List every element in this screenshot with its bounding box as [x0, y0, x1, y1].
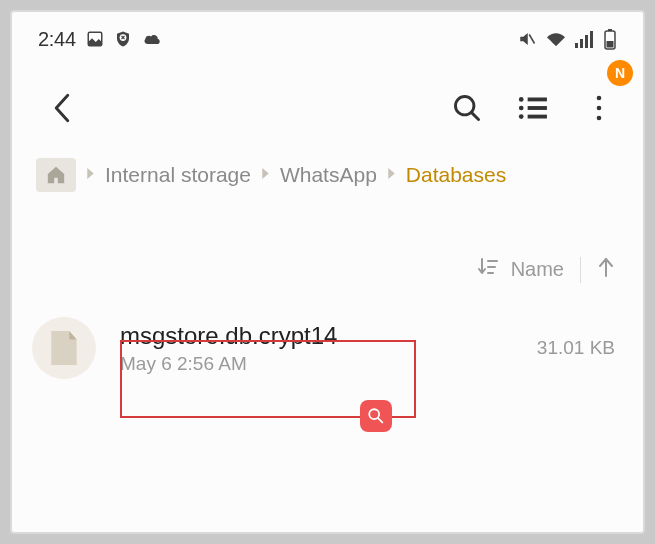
file-size: 31.01 KB: [537, 337, 615, 359]
svg-rect-6: [590, 31, 593, 48]
file-date: May 6 2:56 AM: [120, 353, 337, 375]
file-icon: [32, 317, 96, 379]
svg-rect-15: [528, 106, 547, 110]
breadcrumb-home[interactable]: [36, 158, 76, 192]
divider: [580, 257, 581, 283]
svg-point-19: [597, 106, 602, 111]
notification-badge: N: [607, 60, 633, 86]
more-button[interactable]: N: [579, 88, 619, 128]
mute-icon: [517, 30, 537, 48]
sort-direction-button[interactable]: [597, 256, 615, 283]
status-time: 2:44: [38, 28, 76, 51]
chevron-right-icon: [261, 167, 270, 183]
svg-point-14: [519, 106, 524, 111]
back-button[interactable]: [42, 88, 82, 128]
svg-rect-8: [608, 29, 612, 31]
breadcrumb: Internal storage WhatsApp Databases: [12, 138, 643, 192]
chevron-right-icon: [387, 167, 396, 183]
svg-rect-13: [528, 98, 547, 102]
chevron-right-icon: [86, 167, 95, 183]
breadcrumb-item[interactable]: Internal storage: [105, 163, 251, 187]
breadcrumb-item-current[interactable]: Databases: [406, 163, 506, 187]
image-icon: [86, 30, 104, 48]
svg-rect-4: [580, 39, 583, 48]
file-name: msgstore.db.crypt14: [120, 322, 337, 350]
svg-rect-9: [607, 41, 614, 48]
status-bar: 2:44: [12, 12, 643, 58]
sort-bar: Name: [12, 192, 643, 283]
app-header: N: [12, 58, 643, 138]
breadcrumb-item[interactable]: WhatsApp: [280, 163, 377, 187]
svg-point-12: [519, 97, 524, 102]
svg-rect-3: [575, 43, 578, 48]
svg-line-2: [529, 35, 534, 44]
file-row[interactable]: msgstore.db.crypt14 May 6 2:56 AM 31.01 …: [12, 283, 643, 379]
svg-point-20: [597, 116, 602, 121]
svg-rect-5: [585, 35, 588, 48]
sort-icon[interactable]: [477, 257, 499, 282]
signal-icon: [575, 30, 595, 48]
svg-line-25: [378, 418, 383, 423]
svg-line-11: [472, 113, 479, 120]
svg-point-24: [369, 409, 379, 419]
wifi-icon: [545, 30, 567, 48]
search-button[interactable]: [447, 88, 487, 128]
annotation-magnifier-icon: [360, 400, 392, 432]
cloud-icon: [142, 32, 162, 46]
svg-rect-17: [528, 115, 547, 119]
battery-icon: [603, 28, 617, 50]
svg-point-16: [519, 114, 524, 119]
svg-point-18: [597, 96, 602, 101]
sort-label[interactable]: Name: [511, 258, 564, 281]
view-list-button[interactable]: [513, 88, 553, 128]
shield-x-icon: [114, 30, 132, 48]
